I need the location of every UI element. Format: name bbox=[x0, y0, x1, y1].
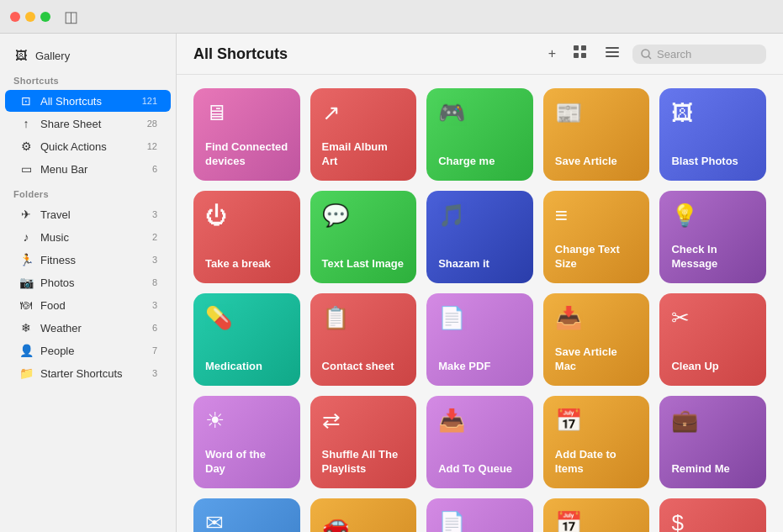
gas-on-street-icon: 🚗 bbox=[322, 510, 405, 532]
minimize-button[interactable] bbox=[25, 12, 35, 22]
shortcut-card-clean-up[interactable]: ✂Clean Up bbox=[659, 293, 766, 386]
shortcut-card-calculate-tip[interactable]: $Calculate Tip bbox=[659, 498, 766, 532]
weather-icon: ❄ bbox=[19, 321, 34, 334]
search-icon bbox=[641, 49, 652, 60]
contact-sheet-label: Contact sheet bbox=[322, 360, 405, 374]
maximize-button[interactable] bbox=[40, 12, 50, 22]
find-connected-label: Find Connected devices bbox=[205, 140, 288, 169]
sidebar-item-gallery[interactable]: 🖼 Gallery bbox=[0, 44, 176, 67]
sidebar-item-fitness[interactable]: 🏃 Fitness 3 bbox=[5, 249, 171, 271]
svg-rect-3 bbox=[581, 53, 586, 58]
how-many-days-icon: 📅 bbox=[555, 510, 638, 532]
medication-icon: 💊 bbox=[205, 305, 288, 331]
travel-label: Travel bbox=[40, 208, 71, 221]
sidebar-item-quick-actions[interactable]: ⚙ Quick Actions 12 bbox=[5, 135, 171, 157]
change-text-size-icon: ≡ bbox=[555, 203, 638, 229]
grid-view-button[interactable] bbox=[569, 42, 592, 66]
share-sheet-icon: ↑ bbox=[19, 117, 34, 130]
shortcut-card-email-myself[interactable]: ✉Email Myself bbox=[193, 498, 300, 532]
shortcut-card-contact-sheet[interactable]: 📋Contact sheet bbox=[310, 293, 417, 386]
travel-badge: 3 bbox=[152, 209, 157, 219]
shortcut-card-shazam-it[interactable]: 🎵Shazam it bbox=[426, 191, 533, 283]
menu-bar-badge: 6 bbox=[152, 164, 157, 174]
contact-sheet-icon: 📋 bbox=[322, 305, 405, 331]
shuffle-playlists-icon: ⇄ bbox=[322, 408, 405, 434]
email-myself-icon: ✉ bbox=[205, 510, 288, 532]
shortcut-card-text-last-image[interactable]: 💬Text Last Image bbox=[310, 191, 417, 283]
clean-up-label: Clean Up bbox=[671, 360, 754, 374]
quick-actions-label: Quick Actions bbox=[40, 140, 107, 153]
music-label: Music bbox=[40, 231, 69, 244]
app-container: 🖼 Gallery Shortcuts ⊡ All Shortcuts 121 … bbox=[0, 0, 783, 532]
close-button[interactable] bbox=[10, 12, 20, 22]
title-bar: ◫ bbox=[0, 0, 783, 34]
fitness-label: Fitness bbox=[40, 254, 76, 266]
weather-label: Weather bbox=[40, 322, 82, 334]
shortcut-card-gas-on-street[interactable]: 🚗Gas On This Street bbox=[310, 498, 417, 532]
sidebar-item-travel[interactable]: ✈ Travel 3 bbox=[5, 203, 171, 225]
save-article-mac-icon: 📥 bbox=[555, 305, 638, 331]
shortcut-card-shuffle-playlists[interactable]: ⇄Shuffle All The Playlists bbox=[310, 396, 417, 488]
sidebar-item-music[interactable]: ♪ Music 2 bbox=[5, 226, 171, 248]
sidebar-item-starter[interactable]: 📁 Starter Shortcuts 3 bbox=[5, 362, 171, 384]
shortcut-card-make-pdf[interactable]: 📄Make PDF bbox=[426, 293, 533, 386]
change-text-size-label: Change Text Size bbox=[555, 243, 638, 271]
add-to-queue-label: Add To Queue bbox=[438, 462, 521, 477]
sidebar-item-weather[interactable]: ❄ Weather 6 bbox=[5, 317, 171, 339]
take-break-label: Take a break bbox=[205, 257, 288, 271]
charge-me-icon: 🎮 bbox=[438, 100, 521, 126]
shortcut-card-word-of-day[interactable]: ☀Word of the Day bbox=[193, 396, 300, 488]
share-sheet-label: Share Sheet bbox=[40, 118, 101, 130]
sidebar-item-menu-bar[interactable]: ▭ Menu Bar 6 bbox=[5, 158, 171, 180]
main-header: All Shortcuts + bbox=[177, 34, 783, 75]
shortcut-card-medication[interactable]: 💊Medication bbox=[193, 293, 300, 386]
sidebar-item-people[interactable]: 👤 People 7 bbox=[5, 340, 171, 361]
sidebar: 🖼 Gallery Shortcuts ⊡ All Shortcuts 121 … bbox=[0, 34, 177, 532]
shortcut-card-blast-photos[interactable]: 🖼Blast Photos bbox=[659, 88, 766, 181]
make-pdf-label: Make PDF bbox=[438, 360, 521, 374]
add-shortcut-button[interactable]: + bbox=[544, 44, 560, 64]
shortcut-card-sort-lines[interactable]: 📄Sort Lines bbox=[426, 498, 533, 532]
people-label: People bbox=[40, 345, 74, 357]
shortcut-card-save-article-mac[interactable]: 📥Save Article Mac bbox=[543, 293, 650, 386]
sidebar-item-food[interactable]: 🍽 Food 3 bbox=[5, 294, 171, 316]
gallery-label: Gallery bbox=[35, 50, 70, 62]
text-last-image-label: Text Last Image bbox=[322, 257, 405, 271]
travel-icon: ✈ bbox=[19, 208, 34, 221]
shortcut-card-find-connected[interactable]: 🖥Find Connected devices bbox=[193, 88, 300, 181]
list-view-button[interactable] bbox=[600, 42, 624, 66]
food-badge: 3 bbox=[152, 300, 157, 310]
svg-rect-6 bbox=[606, 55, 619, 57]
page-title: All Shortcuts bbox=[193, 45, 534, 63]
shortcut-card-change-text-size[interactable]: ≡Change Text Size bbox=[543, 191, 650, 283]
food-icon: 🍽 bbox=[19, 298, 34, 312]
shortcut-card-save-article[interactable]: 📰Save Article bbox=[543, 88, 650, 181]
medication-label: Medication bbox=[205, 360, 288, 374]
fitness-badge: 3 bbox=[152, 255, 157, 265]
starter-icon: 📁 bbox=[19, 366, 34, 380]
main-content: All Shortcuts + bbox=[177, 34, 783, 532]
photos-icon: 📷 bbox=[19, 276, 34, 289]
sidebar-item-photos[interactable]: 📷 Photos 8 bbox=[5, 271, 171, 293]
sidebar-toggle-button[interactable]: ◫ bbox=[64, 8, 78, 26]
shazam-it-label: Shazam it bbox=[438, 257, 521, 271]
check-in-icon: 💡 bbox=[671, 203, 754, 229]
shortcut-card-how-many-days[interactable]: 📅How Many Days Until bbox=[543, 498, 650, 532]
shortcut-card-add-date[interactable]: 📅Add Date to Items bbox=[543, 396, 650, 488]
gallery-icon: 🖼 bbox=[13, 49, 29, 62]
text-last-image-icon: 💬 bbox=[322, 203, 405, 229]
search-input[interactable] bbox=[657, 48, 758, 61]
shortcut-card-take-break[interactable]: ⏻Take a break bbox=[193, 191, 300, 283]
shortcut-card-check-in[interactable]: 💡Check In Message bbox=[659, 191, 766, 283]
menu-bar-label: Menu Bar bbox=[40, 163, 87, 176]
shortcut-card-add-to-queue[interactable]: 📥Add To Queue bbox=[426, 396, 533, 488]
remind-me-icon: 💼 bbox=[671, 408, 754, 434]
starter-label: Starter Shortcuts bbox=[40, 367, 123, 380]
sidebar-item-all-shortcuts[interactable]: ⊡ All Shortcuts 121 bbox=[5, 90, 171, 112]
svg-rect-4 bbox=[606, 47, 619, 49]
shortcut-card-email-album[interactable]: ↗Email Album Art bbox=[310, 88, 417, 181]
shortcut-card-charge-me[interactable]: 🎮Charge me bbox=[426, 88, 533, 181]
sidebar-item-share-sheet[interactable]: ↑ Share Sheet 28 bbox=[5, 113, 171, 134]
shortcut-card-remind-me[interactable]: 💼Remind Me bbox=[659, 396, 766, 488]
quick-actions-icon: ⚙ bbox=[19, 140, 34, 153]
